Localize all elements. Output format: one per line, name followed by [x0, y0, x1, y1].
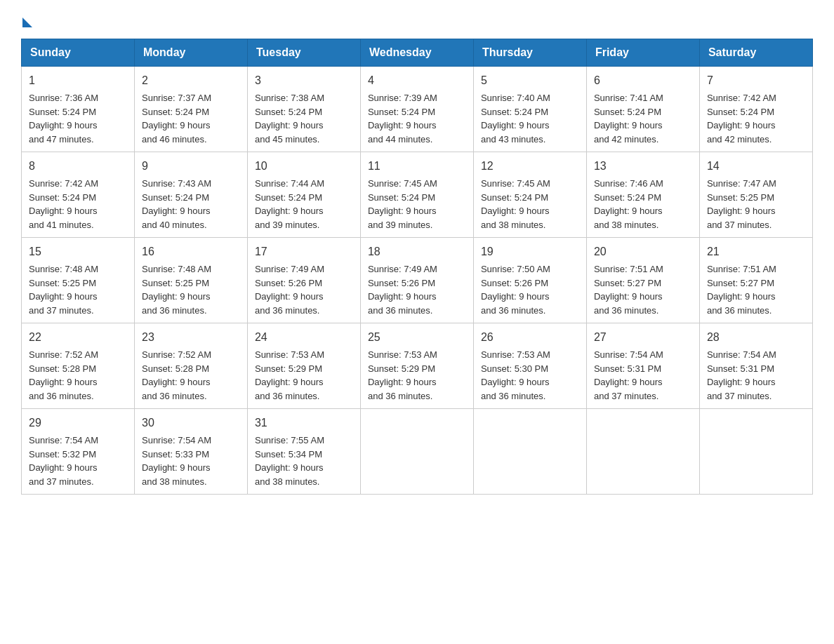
calendar-cell: 28 Sunrise: 7:54 AMSunset: 5:31 PMDaylig…: [699, 323, 812, 409]
day-info: Sunrise: 7:55 AMSunset: 5:34 PMDaylight:…: [255, 435, 324, 487]
col-header-tuesday: Tuesday: [247, 39, 360, 67]
day-number: 24: [255, 329, 353, 346]
calendar-cell: 20 Sunrise: 7:51 AMSunset: 5:27 PMDaylig…: [586, 238, 699, 323]
day-number: 13: [594, 158, 692, 175]
day-number: 14: [707, 158, 805, 175]
calendar-cell: 4 Sunrise: 7:39 AMSunset: 5:24 PMDayligh…: [360, 67, 473, 152]
calendar-header-row: SundayMondayTuesdayWednesdayThursdayFrid…: [22, 39, 813, 67]
day-number: 27: [594, 329, 692, 346]
day-number: 30: [142, 415, 240, 431]
calendar-cell: 24 Sunrise: 7:53 AMSunset: 5:29 PMDaylig…: [247, 323, 360, 409]
day-number: 15: [29, 243, 127, 260]
day-info: Sunrise: 7:49 AMSunset: 5:26 PMDaylight:…: [255, 264, 324, 316]
day-info: Sunrise: 7:54 AMSunset: 5:31 PMDaylight:…: [594, 349, 663, 401]
day-number: 6: [594, 72, 692, 89]
calendar-cell: 10 Sunrise: 7:44 AMSunset: 5:24 PMDaylig…: [247, 152, 360, 238]
day-info: Sunrise: 7:37 AMSunset: 5:24 PMDaylight:…: [142, 93, 211, 145]
day-info: Sunrise: 7:42 AMSunset: 5:24 PMDaylight:…: [29, 178, 98, 230]
calendar-week-row: 8 Sunrise: 7:42 AMSunset: 5:24 PMDayligh…: [22, 152, 813, 238]
col-header-friday: Friday: [586, 39, 699, 67]
calendar-cell: 31 Sunrise: 7:55 AMSunset: 5:34 PMDaylig…: [247, 409, 360, 495]
day-number: 9: [142, 158, 240, 175]
day-number: 1: [29, 72, 127, 89]
day-info: Sunrise: 7:51 AMSunset: 5:27 PMDaylight:…: [707, 264, 776, 316]
day-info: Sunrise: 7:53 AMSunset: 5:30 PMDaylight:…: [481, 349, 550, 401]
day-info: Sunrise: 7:54 AMSunset: 5:32 PMDaylight:…: [29, 435, 98, 487]
day-number: 29: [29, 415, 127, 431]
calendar-cell: 30 Sunrise: 7:54 AMSunset: 5:33 PMDaylig…: [134, 409, 247, 495]
calendar-cell: 29 Sunrise: 7:54 AMSunset: 5:32 PMDaylig…: [22, 409, 135, 495]
calendar-table: SundayMondayTuesdayWednesdayThursdayFrid…: [21, 39, 813, 495]
calendar-week-row: 29 Sunrise: 7:54 AMSunset: 5:32 PMDaylig…: [22, 409, 813, 495]
day-number: 22: [29, 329, 127, 346]
calendar-cell: 8 Sunrise: 7:42 AMSunset: 5:24 PMDayligh…: [22, 152, 135, 238]
day-info: Sunrise: 7:54 AMSunset: 5:33 PMDaylight:…: [142, 435, 211, 487]
day-number: 4: [368, 72, 466, 89]
day-info: Sunrise: 7:45 AMSunset: 5:24 PMDaylight:…: [368, 178, 437, 230]
day-info: Sunrise: 7:44 AMSunset: 5:24 PMDaylight:…: [255, 178, 324, 230]
calendar-cell: 17 Sunrise: 7:49 AMSunset: 5:26 PMDaylig…: [247, 238, 360, 323]
col-header-thursday: Thursday: [473, 39, 586, 67]
calendar-week-row: 22 Sunrise: 7:52 AMSunset: 5:28 PMDaylig…: [22, 323, 813, 409]
logo-arrow-icon: [22, 18, 32, 27]
day-number: 26: [481, 329, 579, 346]
calendar-cell: 19 Sunrise: 7:50 AMSunset: 5:26 PMDaylig…: [473, 238, 586, 323]
day-info: Sunrise: 7:42 AMSunset: 5:24 PMDaylight:…: [707, 93, 776, 145]
col-header-saturday: Saturday: [699, 39, 812, 67]
day-info: Sunrise: 7:48 AMSunset: 5:25 PMDaylight:…: [29, 264, 98, 316]
day-info: Sunrise: 7:48 AMSunset: 5:25 PMDaylight:…: [142, 264, 211, 316]
day-number: 8: [29, 158, 127, 175]
page-header: [21, 14, 813, 25]
calendar-cell: 27 Sunrise: 7:54 AMSunset: 5:31 PMDaylig…: [586, 323, 699, 409]
calendar-cell: 23 Sunrise: 7:52 AMSunset: 5:28 PMDaylig…: [134, 323, 247, 409]
calendar-week-row: 1 Sunrise: 7:36 AMSunset: 5:24 PMDayligh…: [22, 67, 813, 152]
day-info: Sunrise: 7:46 AMSunset: 5:24 PMDaylight:…: [594, 178, 663, 230]
day-number: 21: [707, 243, 805, 260]
day-number: 10: [255, 158, 353, 175]
calendar-cell: 11 Sunrise: 7:45 AMSunset: 5:24 PMDaylig…: [360, 152, 473, 238]
col-header-wednesday: Wednesday: [360, 39, 473, 67]
day-info: Sunrise: 7:51 AMSunset: 5:27 PMDaylight:…: [594, 264, 663, 316]
calendar-cell: 1 Sunrise: 7:36 AMSunset: 5:24 PMDayligh…: [22, 67, 135, 152]
calendar-cell: [360, 409, 473, 495]
calendar-cell: 22 Sunrise: 7:52 AMSunset: 5:28 PMDaylig…: [22, 323, 135, 409]
calendar-cell: 9 Sunrise: 7:43 AMSunset: 5:24 PMDayligh…: [134, 152, 247, 238]
day-number: 19: [481, 243, 579, 260]
day-number: 3: [255, 72, 353, 89]
calendar-cell: 18 Sunrise: 7:49 AMSunset: 5:26 PMDaylig…: [360, 238, 473, 323]
calendar-cell: [586, 409, 699, 495]
day-info: Sunrise: 7:39 AMSunset: 5:24 PMDaylight:…: [368, 93, 437, 145]
col-header-monday: Monday: [134, 39, 247, 67]
calendar-cell: 21 Sunrise: 7:51 AMSunset: 5:27 PMDaylig…: [699, 238, 812, 323]
day-number: 16: [142, 243, 240, 260]
day-info: Sunrise: 7:52 AMSunset: 5:28 PMDaylight:…: [29, 349, 98, 401]
day-number: 2: [142, 72, 240, 89]
day-info: Sunrise: 7:52 AMSunset: 5:28 PMDaylight:…: [142, 349, 211, 401]
day-number: 17: [255, 243, 353, 260]
day-number: 18: [368, 243, 466, 260]
day-info: Sunrise: 7:50 AMSunset: 5:26 PMDaylight:…: [481, 264, 550, 316]
calendar-cell: 16 Sunrise: 7:48 AMSunset: 5:25 PMDaylig…: [134, 238, 247, 323]
day-number: 5: [481, 72, 579, 89]
day-number: 28: [707, 329, 805, 346]
day-info: Sunrise: 7:47 AMSunset: 5:25 PMDaylight:…: [707, 178, 776, 230]
day-number: 31: [255, 415, 353, 431]
calendar-cell: 14 Sunrise: 7:47 AMSunset: 5:25 PMDaylig…: [699, 152, 812, 238]
day-info: Sunrise: 7:53 AMSunset: 5:29 PMDaylight:…: [368, 349, 437, 401]
day-number: 7: [707, 72, 805, 89]
calendar-cell: 2 Sunrise: 7:37 AMSunset: 5:24 PMDayligh…: [134, 67, 247, 152]
calendar-cell: 5 Sunrise: 7:40 AMSunset: 5:24 PMDayligh…: [473, 67, 586, 152]
day-number: 11: [368, 158, 466, 175]
calendar-cell: 12 Sunrise: 7:45 AMSunset: 5:24 PMDaylig…: [473, 152, 586, 238]
day-info: Sunrise: 7:49 AMSunset: 5:26 PMDaylight:…: [368, 264, 437, 316]
calendar-cell: 15 Sunrise: 7:48 AMSunset: 5:25 PMDaylig…: [22, 238, 135, 323]
day-info: Sunrise: 7:40 AMSunset: 5:24 PMDaylight:…: [481, 93, 550, 145]
calendar-cell: 25 Sunrise: 7:53 AMSunset: 5:29 PMDaylig…: [360, 323, 473, 409]
calendar-week-row: 15 Sunrise: 7:48 AMSunset: 5:25 PMDaylig…: [22, 238, 813, 323]
day-number: 12: [481, 158, 579, 175]
day-info: Sunrise: 7:54 AMSunset: 5:31 PMDaylight:…: [707, 349, 776, 401]
day-info: Sunrise: 7:45 AMSunset: 5:24 PMDaylight:…: [481, 178, 550, 230]
day-number: 20: [594, 243, 692, 260]
calendar-cell: 6 Sunrise: 7:41 AMSunset: 5:24 PMDayligh…: [586, 67, 699, 152]
calendar-cell: 3 Sunrise: 7:38 AMSunset: 5:24 PMDayligh…: [247, 67, 360, 152]
